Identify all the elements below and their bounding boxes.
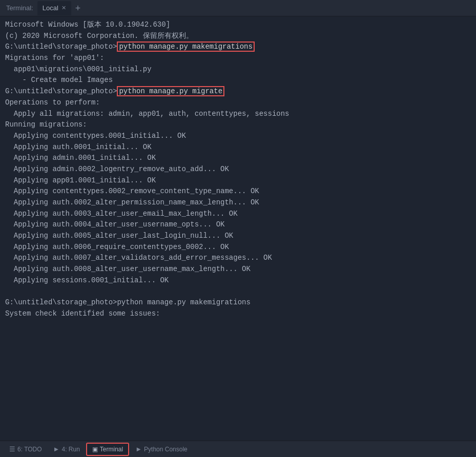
terminal-line: Applying contenttypes.0001_initial... OK xyxy=(5,131,471,142)
terminal-line: Applying auth.0005_alter_user_last_login… xyxy=(5,231,471,242)
tab-section-label: Terminal: xyxy=(4,4,35,12)
tab-local-label: Local xyxy=(43,4,58,12)
tab-bar: Terminal: Local ✕ + xyxy=(0,0,476,16)
terminal-line: Applying app01.0001_initial... OK xyxy=(5,175,471,186)
terminal-line: Applying auth.0006_require_contenttypes_… xyxy=(5,242,471,253)
terminal-line: Applying contenttypes.0002_remove_conten… xyxy=(5,186,471,197)
terminal-line: System check identified some issues: xyxy=(5,308,471,320)
terminal-line: Applying auth.0004_alter_user_username_o… xyxy=(5,219,471,231)
prompt: G:\untitled\storage_photo> xyxy=(5,298,117,306)
tab-local[interactable]: Local ✕ xyxy=(37,1,71,15)
command-text: python manage.py makemigrations xyxy=(117,298,250,306)
command-highlight-box: python manage.py migrate xyxy=(117,86,224,96)
terminal-line: Applying admin.0002_logentry_remove_auto… xyxy=(5,164,471,175)
command-highlight-box: python manage.py makemigrations xyxy=(117,41,254,52)
python-console-label: Python Console xyxy=(144,446,188,453)
terminal-line xyxy=(5,286,471,298)
terminal-line: app01\migrations\0001_initial.py xyxy=(5,64,471,75)
terminal-line: Applying auth.0003_alter_user_email_max_… xyxy=(5,209,471,220)
python-console-icon: ► xyxy=(135,445,142,453)
bottom-bar: ☰6: TODO►4: Run▣Terminal►Python Console xyxy=(0,441,476,457)
todo-icon: ☰ xyxy=(9,445,15,453)
bottom-btn-python-console[interactable]: ►Python Console xyxy=(130,443,193,456)
terminal-line: - Create model Images xyxy=(5,75,471,86)
terminal-line: Applying auth.0001_initial... OK xyxy=(5,142,471,153)
new-tab-button[interactable]: + xyxy=(73,4,83,13)
terminal-line: Applying auth.0002_alter_permission_name… xyxy=(5,197,471,209)
terminal-line: Running migrations: xyxy=(5,119,471,131)
terminal-line: G:\untitled\storage_photo>python manage.… xyxy=(5,86,471,97)
terminal-line: Migrations for 'app01': xyxy=(5,53,471,64)
prompt: G:\untitled\storage_photo> xyxy=(5,43,117,51)
bottom-btn-terminal[interactable]: ▣Terminal xyxy=(86,443,129,456)
terminal-line: Applying auth.0008_alter_user_username_m… xyxy=(5,264,471,275)
terminal-line: Microsoft Windows [版本 10.0.19042.630] xyxy=(5,19,471,31)
bottom-btn-run[interactable]: ►4: Run xyxy=(48,443,85,456)
terminal-line: G:\untitled\storage_photo>python manage.… xyxy=(5,41,471,53)
terminal-line: Apply all migrations: admin, app01, auth… xyxy=(5,109,471,120)
terminal-line: Applying sessions.0001_initial... OK xyxy=(5,275,471,286)
terminal-line: Operations to perform: xyxy=(5,97,471,109)
terminal-line: (c) 2020 Microsoft Corporation. 保留所有权利。 xyxy=(5,31,471,42)
run-label: 4: Run xyxy=(61,446,79,453)
todo-label: 6: TODO xyxy=(17,446,42,453)
terminal-body: Microsoft Windows [版本 10.0.19042.630](c)… xyxy=(0,16,476,441)
terminal-line: G:\untitled\storage_photo>python manage.… xyxy=(5,297,471,308)
terminal-line: Applying auth.0007_alter_validators_add_… xyxy=(5,253,471,264)
tab-close-icon[interactable]: ✕ xyxy=(61,5,66,11)
terminal-icon: ▣ xyxy=(92,446,98,453)
terminal-line: Applying admin.0001_initial... OK xyxy=(5,153,471,164)
terminal-label: Terminal xyxy=(100,446,123,453)
bottom-btn-todo[interactable]: ☰6: TODO xyxy=(4,443,47,456)
prompt: G:\untitled\storage_photo> xyxy=(5,87,117,95)
run-icon: ► xyxy=(53,445,60,453)
